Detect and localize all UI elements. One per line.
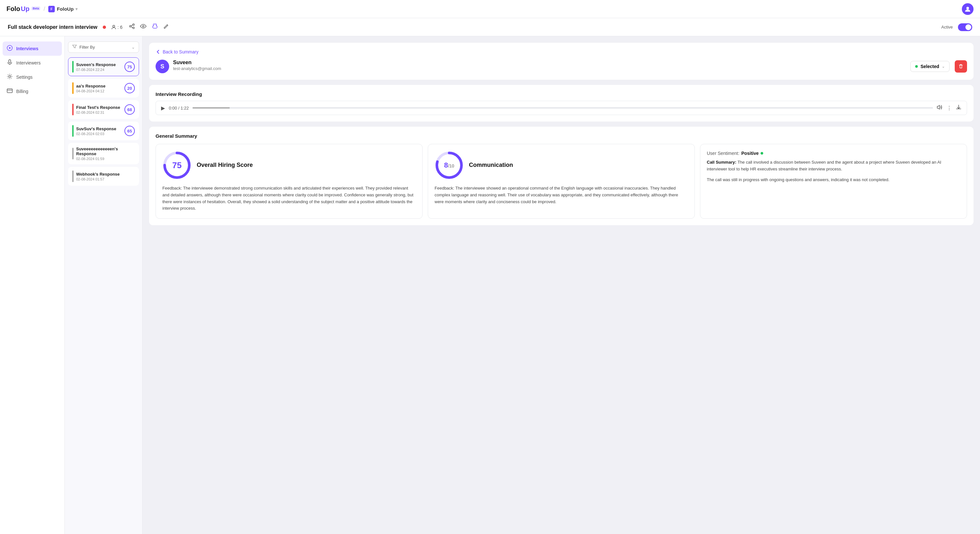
response-color-bar bbox=[72, 148, 73, 159]
live-dot bbox=[103, 25, 106, 29]
active-toggle[interactable] bbox=[958, 23, 972, 31]
volume-icon[interactable] bbox=[937, 105, 943, 111]
summary-card: General Summary 75 Overall Hiring Score bbox=[149, 127, 974, 225]
candidate-card: Back to Summary S Suveen test-analytics@… bbox=[149, 43, 974, 80]
time-display: 0:00 / 1:22 bbox=[169, 106, 189, 111]
response-card[interactable]: Webhook's Response02-08-2024 01:57 bbox=[68, 167, 139, 186]
play-button[interactable]: ▶ bbox=[161, 105, 165, 111]
more-options-icon[interactable]: ⋮ bbox=[947, 105, 952, 111]
brand-logo-icon: F bbox=[48, 6, 55, 12]
sentiment-value: Positive bbox=[741, 151, 759, 156]
response-score: 20 bbox=[124, 83, 135, 93]
response-color-bar bbox=[72, 61, 73, 73]
share-icon[interactable] bbox=[129, 23, 135, 31]
overall-score-label: Overall Hiring Score bbox=[197, 161, 253, 169]
response-date: 07-08-2024 22:24 bbox=[76, 68, 122, 72]
download-icon[interactable] bbox=[956, 104, 961, 111]
edit-icon[interactable] bbox=[163, 23, 169, 31]
response-card[interactable]: SuvSuv's Response02-08-2024 02:0365 bbox=[68, 121, 139, 140]
response-score: 68 bbox=[124, 104, 135, 115]
response-info: Webhook's Response02-08-2024 01:57 bbox=[76, 172, 135, 181]
overall-score-circle: 75 bbox=[162, 151, 191, 180]
brain-icon[interactable] bbox=[152, 23, 158, 31]
top-bar-right bbox=[962, 3, 974, 15]
trash-icon bbox=[958, 64, 964, 69]
summary-section-title: General Summary bbox=[156, 133, 967, 139]
back-link-label: Back to Summary bbox=[163, 49, 198, 54]
svg-point-5 bbox=[130, 25, 131, 27]
response-date: 04-08-2024 04:12 bbox=[76, 89, 122, 93]
candidate-info: Suveen test-analytics@gmail.com bbox=[173, 60, 221, 71]
back-arrow-icon bbox=[156, 49, 161, 54]
response-card[interactable]: Final Test's Response02-08-2024 02:3168 bbox=[68, 100, 139, 119]
response-list: Suveen's Response07-08-2024 22:2475aa's … bbox=[68, 57, 139, 186]
sidebar-item-interviews[interactable]: Interviews bbox=[3, 41, 62, 56]
candidate-email: test-analytics@gmail.com bbox=[173, 66, 221, 71]
logo-up: Up bbox=[21, 5, 30, 13]
svg-point-6 bbox=[133, 27, 135, 29]
response-name: SuvSuv's Response bbox=[76, 126, 122, 131]
response-card[interactable]: aa's Response04-08-2024 04:1220 bbox=[68, 79, 139, 97]
user-icon bbox=[964, 6, 971, 12]
response-date: 02-08-2024 02:31 bbox=[76, 111, 122, 114]
communication-circle: 8/10 bbox=[434, 151, 464, 180]
sentiment-positive-dot bbox=[760, 152, 763, 154]
candidate-header: S Suveen test-analytics@gmail.com bbox=[156, 60, 221, 73]
communication-container: 8/10 Communication bbox=[434, 151, 688, 180]
brand-name: FoloUp bbox=[57, 6, 73, 12]
response-name: Final Test's Response bbox=[76, 105, 122, 110]
person-icon bbox=[111, 25, 116, 30]
top-bar: FoloUp Beta / F FoloUp ▾ bbox=[0, 0, 980, 18]
response-card[interactable]: Suveeeeeeeeeeeen's Response02-08-2024 01… bbox=[68, 143, 139, 164]
filter-bar[interactable]: Filter By ⌄ bbox=[68, 41, 139, 53]
response-color-bar bbox=[72, 125, 73, 137]
audio-player: ▶ 0:00 / 1:22 ⋮ bbox=[156, 101, 967, 115]
response-color-bar bbox=[72, 170, 73, 182]
sidebar-item-label-settings: Settings bbox=[16, 75, 33, 80]
recording-card: Interview Recording ▶ 0:00 / 1:22 ⋮ bbox=[149, 85, 974, 121]
beta-badge: Beta bbox=[32, 6, 40, 10]
response-date: 02-08-2024 02:03 bbox=[76, 132, 122, 136]
response-card[interactable]: Suveen's Response07-08-2024 22:2475 bbox=[68, 57, 139, 76]
response-name: aa's Response bbox=[76, 84, 122, 89]
response-info: aa's Response04-08-2024 04:12 bbox=[76, 84, 122, 93]
main-content: Back to Summary S Suveen test-analytics@… bbox=[143, 36, 980, 534]
delete-button[interactable] bbox=[955, 60, 967, 73]
sidebar-item-interviewers[interactable]: Interviewers bbox=[0, 56, 65, 70]
response-info: SuvSuv's Response02-08-2024 02:03 bbox=[76, 126, 122, 136]
interview-header: Full stack developer intern interview : … bbox=[0, 18, 980, 36]
sidebar-item-settings[interactable]: Settings bbox=[0, 70, 65, 84]
app-body: Interviews Interviewers Settings Billing bbox=[0, 36, 980, 534]
response-info: Final Test's Response02-08-2024 02:31 bbox=[76, 105, 122, 114]
overall-score-value: 75 bbox=[172, 161, 182, 170]
play-circle-icon bbox=[6, 45, 13, 52]
status-chevron-icon: ⌄ bbox=[942, 65, 945, 69]
response-name: Suveen's Response bbox=[76, 62, 122, 67]
back-link[interactable]: Back to Summary bbox=[156, 49, 967, 54]
brand-selector[interactable]: F FoloUp ▾ bbox=[48, 6, 78, 12]
overall-score-feedback: Feedback: The interviewee demonstrated s… bbox=[162, 185, 416, 212]
participant-stat: : 6 bbox=[111, 25, 123, 30]
chevron-down-icon: ▾ bbox=[75, 7, 78, 11]
response-info: Suveeeeeeeeeeeen's Response02-08-2024 01… bbox=[76, 146, 135, 161]
eye-icon[interactable] bbox=[140, 23, 146, 31]
communication-label: Communication bbox=[469, 161, 513, 169]
filter-icon bbox=[72, 44, 77, 50]
status-dropdown[interactable]: Selected ⌄ bbox=[910, 61, 950, 72]
participant-count: : 6 bbox=[118, 25, 123, 30]
svg-point-2 bbox=[966, 7, 969, 10]
svg-point-7 bbox=[143, 25, 144, 27]
candidate-name: Suveen bbox=[173, 60, 221, 65]
billing-icon bbox=[6, 87, 13, 95]
filter-label: Filter By bbox=[80, 45, 129, 49]
sidebar: Interviews Interviewers Settings Billing bbox=[0, 36, 65, 534]
sentiment-row: User Sentiment: Positive bbox=[707, 151, 960, 156]
candidate-avatar: S bbox=[156, 60, 169, 73]
progress-bar[interactable] bbox=[192, 107, 933, 108]
summary-grid: 75 Overall Hiring Score Feedback: The in… bbox=[156, 144, 967, 219]
user-avatar[interactable] bbox=[962, 3, 974, 15]
logo: FoloUp Beta bbox=[6, 5, 40, 13]
call-summary-block: Call Summary: The call involved a discus… bbox=[707, 159, 960, 173]
sidebar-item-billing[interactable]: Billing bbox=[0, 84, 65, 99]
svg-point-10 bbox=[9, 76, 11, 78]
